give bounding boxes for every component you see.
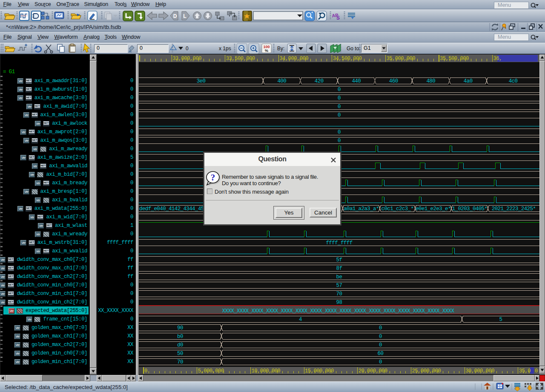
svg-text:?: ?	[211, 172, 215, 183]
